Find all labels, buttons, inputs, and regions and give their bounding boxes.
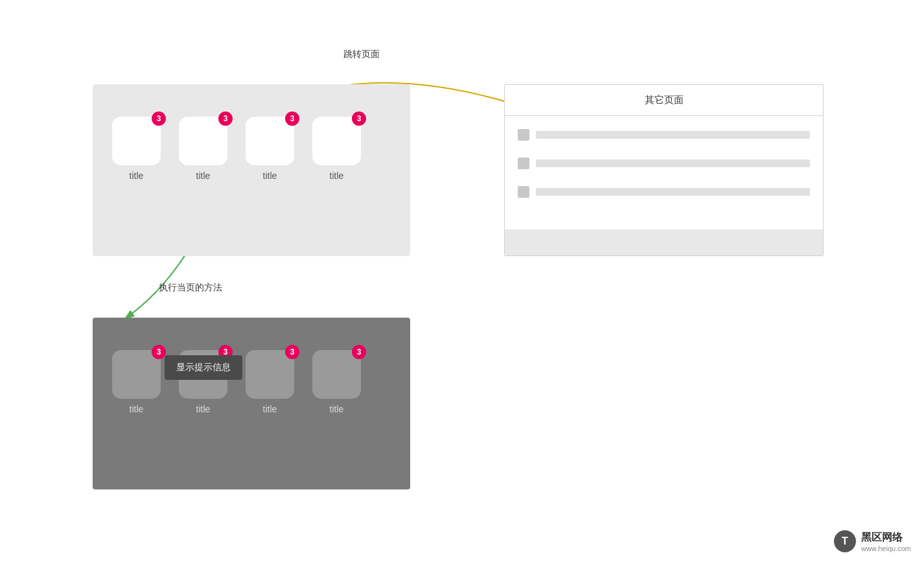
dark-icon-label-3: title bbox=[263, 404, 277, 414]
jump-page-label: 跳转页面 bbox=[343, 49, 380, 60]
icon-label-2: title bbox=[196, 170, 211, 181]
list-item[interactable]: 3 title bbox=[246, 350, 294, 414]
right-panel-row bbox=[518, 152, 810, 174]
watermark-url: www.heiqu.com bbox=[861, 545, 911, 552]
list-item[interactable]: 3 title bbox=[312, 350, 361, 414]
list-item[interactable]: 3 title bbox=[179, 117, 227, 181]
list-item[interactable]: 3 title bbox=[246, 117, 294, 181]
row-line-3 bbox=[536, 188, 810, 196]
dark-panel: 3 title 3 显示提示信息 title 3 title 3 ti bbox=[93, 318, 410, 489]
row-line-1 bbox=[536, 131, 810, 139]
row-checkbox-2 bbox=[518, 158, 529, 169]
dark-badge-4: 3 bbox=[352, 345, 366, 359]
dark-panel-icon-grid: 3 title 3 显示提示信息 title 3 title 3 ti bbox=[112, 350, 391, 414]
watermark: T 黑区网络 www.heiqu.com bbox=[834, 530, 911, 552]
badge-3: 3 bbox=[285, 112, 299, 126]
list-item[interactable]: 3 显示提示信息 title bbox=[179, 350, 227, 414]
icon-label-3: title bbox=[263, 170, 277, 181]
dark-icon-label-1: title bbox=[130, 404, 144, 414]
right-panel-row bbox=[518, 181, 810, 203]
icon-label-1: title bbox=[130, 170, 144, 181]
badge-4: 3 bbox=[352, 112, 366, 126]
badge-1: 3 bbox=[152, 112, 166, 126]
row-checkbox-1 bbox=[518, 129, 529, 141]
dark-icon-label-4: title bbox=[330, 404, 344, 414]
row-line-2 bbox=[536, 159, 810, 167]
watermark-name: 黑区网络 bbox=[861, 531, 911, 545]
icon-label-4: title bbox=[330, 170, 344, 181]
list-item[interactable]: 3 title bbox=[112, 350, 161, 414]
right-panel-footer bbox=[505, 229, 823, 255]
right-panel-rows bbox=[505, 116, 823, 211]
list-item[interactable]: 3 title bbox=[312, 117, 361, 181]
dark-badge-3: 3 bbox=[285, 345, 299, 359]
method-label: 执行当页的方法 bbox=[159, 282, 222, 294]
light-panel: 3 title 3 title 3 title 3 title bbox=[93, 84, 410, 256]
row-checkbox-3 bbox=[518, 186, 529, 198]
badge-2: 3 bbox=[218, 112, 233, 126]
right-panel-row bbox=[518, 124, 810, 146]
dark-icon-label-2: title bbox=[196, 404, 211, 414]
tooltip-overlay: 显示提示信息 bbox=[165, 355, 242, 380]
watermark-text: 黑区网络 www.heiqu.com bbox=[861, 531, 911, 552]
list-item[interactable]: 3 title bbox=[112, 117, 161, 181]
light-panel-icon-grid: 3 title 3 title 3 title 3 title bbox=[112, 117, 391, 181]
right-panel-header: 其它页面 bbox=[505, 85, 823, 116]
watermark-logo: T bbox=[834, 530, 856, 552]
right-panel: 其它页面 bbox=[504, 84, 824, 256]
